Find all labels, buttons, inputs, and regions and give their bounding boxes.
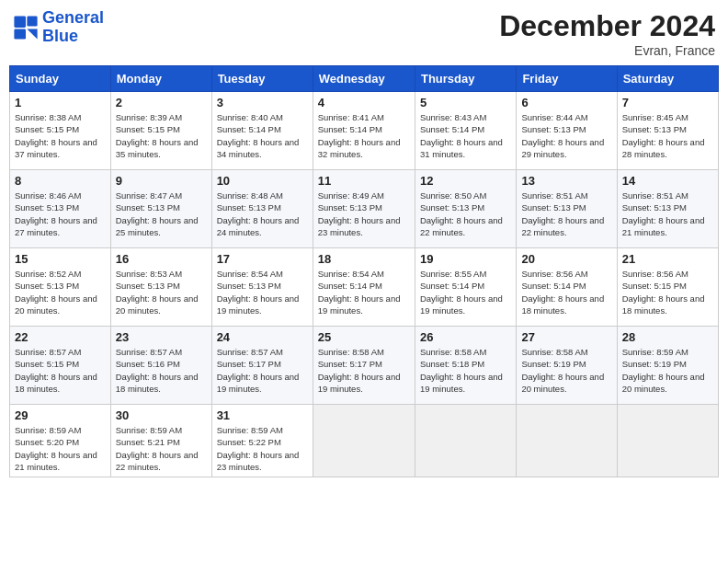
day-number: 8 (15, 174, 106, 188)
cell-info: Sunrise: 8:50 AMSunset: 5:13 PMDaylight:… (420, 190, 511, 238)
cell-info: Sunrise: 8:43 AMSunset: 5:14 PMDaylight:… (420, 111, 511, 160)
cell-info: Sunrise: 8:38 AMSunset: 5:15 PMDaylight:… (15, 111, 106, 160)
calendar-cell: 10Sunrise: 8:48 AMSunset: 5:13 PMDayligh… (211, 170, 313, 248)
calendar-cell: 26Sunrise: 8:58 AMSunset: 5:18 PMDayligh… (415, 327, 516, 405)
month-title: December 2024 (499, 9, 715, 43)
cell-info: Sunrise: 8:54 AMSunset: 5:13 PMDaylight:… (217, 268, 308, 316)
cell-info: Sunrise: 8:57 AMSunset: 5:15 PMDaylight:… (15, 346, 106, 395)
cell-info: Sunrise: 8:58 AMSunset: 5:18 PMDaylight:… (420, 346, 511, 395)
day-number: 24 (217, 330, 308, 344)
calendar-cell: 11Sunrise: 8:49 AMSunset: 5:13 PMDayligh… (313, 170, 415, 248)
day-number: 26 (420, 330, 511, 344)
day-number: 31 (217, 408, 308, 422)
day-number: 5 (420, 96, 511, 109)
col-header-friday: Friday (517, 66, 617, 92)
cell-info: Sunrise: 8:46 AMSunset: 5:13 PMDaylight:… (15, 190, 106, 238)
cell-info: Sunrise: 8:56 AMSunset: 5:14 PMDaylight:… (521, 268, 611, 316)
calendar-header-row: SundayMondayTuesdayWednesdayThursdayFrid… (10, 66, 719, 92)
logo-text-blue: Blue (42, 27, 78, 45)
calendar-cell: 4Sunrise: 8:41 AMSunset: 5:14 PMDaylight… (313, 92, 415, 170)
calendar-week-5: 29Sunrise: 8:59 AMSunset: 5:20 PMDayligh… (10, 405, 719, 477)
day-number: 12 (420, 174, 511, 188)
calendar-cell (617, 405, 718, 477)
cell-info: Sunrise: 8:48 AMSunset: 5:13 PMDaylight:… (217, 190, 308, 238)
day-number: 15 (15, 252, 106, 266)
calendar-cell (415, 405, 516, 477)
logo-text-general: General (42, 8, 104, 27)
day-number: 28 (622, 330, 713, 344)
col-header-wednesday: Wednesday (313, 66, 415, 92)
calendar-cell: 17Sunrise: 8:54 AMSunset: 5:13 PMDayligh… (211, 248, 313, 327)
calendar-cell: 13Sunrise: 8:51 AMSunset: 5:13 PMDayligh… (517, 170, 617, 248)
day-number: 27 (521, 330, 611, 344)
col-header-thursday: Thursday (415, 66, 516, 92)
calendar-cell: 31Sunrise: 8:59 AMSunset: 5:22 PMDayligh… (211, 405, 313, 477)
calendar-cell: 6Sunrise: 8:44 AMSunset: 5:13 PMDaylight… (517, 92, 617, 170)
day-number: 10 (217, 174, 308, 188)
calendar-cell: 28Sunrise: 8:59 AMSunset: 5:19 PMDayligh… (617, 327, 718, 405)
svg-marker-2 (27, 29, 37, 39)
cell-info: Sunrise: 8:54 AMSunset: 5:14 PMDaylight:… (318, 268, 410, 316)
cell-info: Sunrise: 8:59 AMSunset: 5:20 PMDaylight:… (15, 424, 106, 473)
cell-info: Sunrise: 8:57 AMSunset: 5:16 PMDaylight:… (116, 346, 207, 395)
title-area: December 2024 Evran, France (499, 9, 715, 58)
day-number: 25 (318, 330, 410, 344)
calendar-cell: 5Sunrise: 8:43 AMSunset: 5:14 PMDaylight… (415, 92, 516, 170)
calendar-cell: 2Sunrise: 8:39 AMSunset: 5:15 PMDaylight… (110, 92, 211, 170)
logo: General Blue (13, 9, 104, 46)
day-number: 4 (318, 96, 410, 109)
calendar-body: 1Sunrise: 8:38 AMSunset: 5:15 PMDaylight… (10, 92, 719, 477)
cell-info: Sunrise: 8:53 AMSunset: 5:13 PMDaylight:… (116, 268, 207, 316)
col-header-monday: Monday (110, 66, 211, 92)
day-number: 16 (116, 252, 207, 266)
calendar-week-2: 8Sunrise: 8:46 AMSunset: 5:13 PMDaylight… (10, 170, 719, 248)
day-number: 7 (622, 96, 713, 109)
cell-info: Sunrise: 8:59 AMSunset: 5:21 PMDaylight:… (116, 424, 207, 473)
svg-rect-0 (14, 16, 26, 28)
day-number: 13 (521, 174, 611, 188)
day-number: 1 (15, 96, 106, 109)
day-number: 9 (116, 174, 207, 188)
cell-info: Sunrise: 8:39 AMSunset: 5:15 PMDaylight:… (116, 111, 207, 160)
calendar-cell (313, 405, 415, 477)
calendar-cell: 16Sunrise: 8:53 AMSunset: 5:13 PMDayligh… (110, 248, 211, 327)
location-subtitle: Evran, France (499, 43, 715, 58)
cell-info: Sunrise: 8:56 AMSunset: 5:15 PMDaylight:… (622, 268, 713, 316)
calendar-cell: 27Sunrise: 8:58 AMSunset: 5:19 PMDayligh… (517, 327, 617, 405)
day-number: 18 (318, 252, 410, 266)
cell-info: Sunrise: 8:51 AMSunset: 5:13 PMDaylight:… (622, 190, 713, 238)
cell-info: Sunrise: 8:55 AMSunset: 5:14 PMDaylight:… (420, 268, 511, 316)
calendar-cell: 9Sunrise: 8:47 AMSunset: 5:13 PMDaylight… (110, 170, 211, 248)
day-number: 17 (217, 252, 308, 266)
logo-icon (13, 15, 39, 40)
calendar-cell: 22Sunrise: 8:57 AMSunset: 5:15 PMDayligh… (10, 327, 111, 405)
calendar-cell: 30Sunrise: 8:59 AMSunset: 5:21 PMDayligh… (110, 405, 211, 477)
cell-info: Sunrise: 8:44 AMSunset: 5:13 PMDaylight:… (521, 111, 611, 160)
calendar-cell: 20Sunrise: 8:56 AMSunset: 5:14 PMDayligh… (517, 248, 617, 327)
cell-info: Sunrise: 8:40 AMSunset: 5:14 PMDaylight:… (217, 111, 308, 160)
col-header-sunday: Sunday (10, 66, 111, 92)
cell-info: Sunrise: 8:45 AMSunset: 5:13 PMDaylight:… (622, 111, 713, 160)
calendar-week-1: 1Sunrise: 8:38 AMSunset: 5:15 PMDaylight… (10, 92, 719, 170)
calendar-cell: 15Sunrise: 8:52 AMSunset: 5:13 PMDayligh… (10, 248, 111, 327)
cell-info: Sunrise: 8:51 AMSunset: 5:13 PMDaylight:… (521, 190, 611, 238)
svg-rect-3 (14, 29, 26, 39)
cell-info: Sunrise: 8:59 AMSunset: 5:19 PMDaylight:… (622, 346, 713, 395)
day-number: 23 (116, 330, 207, 344)
cell-info: Sunrise: 8:58 AMSunset: 5:19 PMDaylight:… (521, 346, 611, 395)
day-number: 29 (15, 408, 106, 422)
day-number: 3 (217, 96, 308, 109)
cell-info: Sunrise: 8:49 AMSunset: 5:13 PMDaylight:… (318, 190, 410, 238)
cell-info: Sunrise: 8:52 AMSunset: 5:13 PMDaylight:… (15, 268, 106, 316)
calendar-week-3: 15Sunrise: 8:52 AMSunset: 5:13 PMDayligh… (10, 248, 719, 327)
calendar-cell: 24Sunrise: 8:57 AMSunset: 5:17 PMDayligh… (211, 327, 313, 405)
day-number: 14 (622, 174, 713, 188)
day-number: 2 (116, 96, 207, 109)
calendar-cell: 3Sunrise: 8:40 AMSunset: 5:14 PMDaylight… (211, 92, 313, 170)
day-number: 21 (622, 252, 713, 266)
calendar-cell: 1Sunrise: 8:38 AMSunset: 5:15 PMDaylight… (10, 92, 111, 170)
calendar-cell: 23Sunrise: 8:57 AMSunset: 5:16 PMDayligh… (110, 327, 211, 405)
page-header: General Blue December 2024 Evran, France (9, 9, 719, 58)
cell-info: Sunrise: 8:47 AMSunset: 5:13 PMDaylight:… (116, 190, 207, 238)
calendar-cell: 29Sunrise: 8:59 AMSunset: 5:20 PMDayligh… (10, 405, 111, 477)
